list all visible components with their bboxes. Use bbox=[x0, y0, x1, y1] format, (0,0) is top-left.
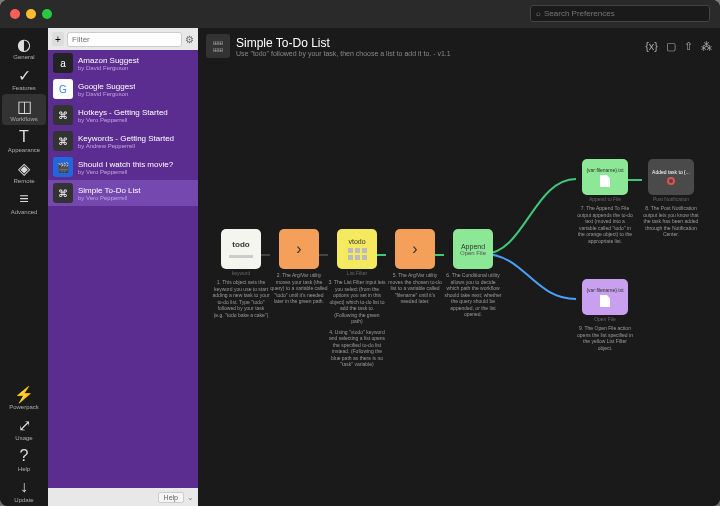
workflow-item-icon: a bbox=[53, 53, 73, 73]
share-icon[interactable]: ⇧ bbox=[684, 40, 693, 53]
features-icon: ✓ bbox=[15, 66, 33, 84]
nav-appearance[interactable]: TAppearance bbox=[2, 125, 46, 156]
debug-icon[interactable]: ▢ bbox=[666, 40, 676, 53]
nav-advanced[interactable]: ≡Advanced bbox=[2, 187, 46, 218]
help-chevron-icon[interactable]: ⌄ bbox=[187, 493, 194, 502]
nav-help[interactable]: ?Help bbox=[2, 444, 46, 475]
node-open-file[interactable]: {var:filename}.txt Open File 9. The Open… bbox=[576, 279, 634, 351]
workflow-item[interactable]: ⌘Hotkeys - Getting Startedby Vero Pepper… bbox=[48, 102, 198, 128]
powerpack-icon: ⚡ bbox=[15, 385, 33, 403]
node-desc: 1. This object sets the keyword you use … bbox=[212, 279, 270, 318]
workflow-item[interactable]: ⌘Simple To-Do Listby Vero Pepperrell bbox=[48, 180, 198, 206]
nav-powerpack[interactable]: ⚡Powerpack bbox=[2, 382, 46, 413]
search-icon: ⌕ bbox=[536, 9, 541, 18]
node-desc: 7. The Append To File output appends the… bbox=[576, 205, 634, 244]
zoom-button[interactable] bbox=[42, 9, 52, 19]
workflow-subtitle: Use "todo" followed by your task, then c… bbox=[236, 50, 451, 57]
workflow-icon: ⊞⊞⊞⊞ bbox=[206, 34, 230, 58]
body: ◐General✓Features◫WorkflowsTAppearance◈R… bbox=[0, 28, 720, 506]
gear-icon[interactable]: ⚙ bbox=[185, 34, 194, 45]
workflow-item[interactable]: ⌘Keywords - Getting Startedby Andrew Pep… bbox=[48, 128, 198, 154]
workflow-item[interactable]: GGoogle Suggestby David Ferguson bbox=[48, 76, 198, 102]
list-footer: Help ⌄ bbox=[48, 488, 198, 506]
node-desc: 5. The Arg/Var utility moves the chosen … bbox=[386, 272, 444, 305]
canvas-actions: {x} ▢ ⇧ ⁂ bbox=[645, 40, 712, 53]
file-icon bbox=[600, 295, 610, 307]
nav-update[interactable]: ↓Update bbox=[2, 475, 46, 506]
node-notification[interactable]: Added task to {... Post Notification 8. … bbox=[642, 159, 700, 238]
node-argvar-1[interactable]: › 2. The Arg/Var utility moves your task… bbox=[270, 229, 328, 305]
close-button[interactable] bbox=[10, 9, 20, 19]
search-input[interactable] bbox=[544, 9, 704, 18]
traffic-lights bbox=[10, 9, 52, 19]
node-desc: 2. The Arg/Var utility moves your task (… bbox=[270, 272, 328, 305]
variables-icon[interactable]: {x} bbox=[645, 40, 658, 53]
file-icon bbox=[600, 175, 610, 187]
workflow-item-icon: ⌘ bbox=[53, 183, 73, 203]
nav-sidebar: ◐General✓Features◫WorkflowsTAppearance◈R… bbox=[0, 28, 48, 506]
usage-icon: ⤢ bbox=[15, 416, 33, 434]
help-button[interactable]: Help bbox=[158, 492, 184, 503]
nav-general[interactable]: ◐General bbox=[2, 32, 46, 63]
workflow-item-icon: G bbox=[53, 79, 73, 99]
node-desc: 9. The Open File action opens the list s… bbox=[576, 325, 634, 351]
node-keyword[interactable]: todo keyword 1. This object sets the key… bbox=[212, 229, 270, 318]
filter-bar: + ⚙ bbox=[48, 28, 198, 50]
titlebar: ⌕ bbox=[0, 0, 720, 28]
node-desc: 4. Using "vtodo" keyword and selecting a… bbox=[328, 329, 386, 368]
bug-icon[interactable]: ⁂ bbox=[701, 40, 712, 53]
workflow-list-panel: + ⚙ aAmazon Suggestby David FergusonGGoo… bbox=[48, 28, 198, 506]
search-preferences[interactable]: ⌕ bbox=[530, 5, 710, 22]
node-list-filter[interactable]: vtodo List Filter 3. The List Filter inp… bbox=[328, 229, 386, 368]
node-conditional[interactable]: Append Open File 6. The Conditional util… bbox=[444, 229, 502, 318]
workflow-item-icon: 🎬 bbox=[53, 157, 73, 177]
nav-remote[interactable]: ◈Remote bbox=[2, 156, 46, 187]
workflow-item-icon: ⌘ bbox=[53, 131, 73, 151]
node-desc: 6. The Conditional utility allows you to… bbox=[444, 272, 502, 318]
workflow-item[interactable]: aAmazon Suggestby David Ferguson bbox=[48, 50, 198, 76]
workflow-item[interactable]: 🎬Should I watch this movie?by Vero Peppe… bbox=[48, 154, 198, 180]
canvas-body[interactable]: todo keyword 1. This object sets the key… bbox=[198, 64, 720, 506]
node-desc: 8. The Post Notification output lets you… bbox=[642, 205, 700, 238]
canvas-header: ⊞⊞⊞⊞ Simple To-Do List Use "todo" follow… bbox=[198, 28, 720, 64]
node-desc: 3. The List Filter input lets you select… bbox=[328, 279, 386, 325]
workflow-list: aAmazon Suggestby David FergusonGGoogle … bbox=[48, 50, 198, 488]
minimize-button[interactable] bbox=[26, 9, 36, 19]
workflow-title: Simple To-Do List bbox=[236, 36, 451, 50]
app-window: ⌕ ◐General✓Features◫WorkflowsTAppearance… bbox=[0, 0, 720, 506]
nav-workflows[interactable]: ◫Workflows bbox=[2, 94, 46, 125]
general-icon: ◐ bbox=[15, 35, 33, 53]
workflow-item-icon: ⌘ bbox=[53, 105, 73, 125]
node-argvar-2[interactable]: › 5. The Arg/Var utility moves the chose… bbox=[386, 229, 444, 305]
node-append-file[interactable]: {var:filename}.txt Append to File 7. The… bbox=[576, 159, 634, 244]
appearance-icon: T bbox=[15, 128, 33, 146]
workflow-canvas: ⊞⊞⊞⊞ Simple To-Do List Use "todo" follow… bbox=[198, 28, 720, 506]
remote-icon: ◈ bbox=[15, 159, 33, 177]
workflows-icon: ◫ bbox=[15, 97, 33, 115]
nav-usage[interactable]: ⤢Usage bbox=[2, 413, 46, 444]
add-workflow-button[interactable]: + bbox=[52, 32, 64, 46]
advanced-icon: ≡ bbox=[15, 190, 33, 208]
nav-features[interactable]: ✓Features bbox=[2, 63, 46, 94]
notification-icon bbox=[667, 177, 675, 185]
filter-input[interactable] bbox=[67, 32, 182, 47]
update-icon: ↓ bbox=[15, 478, 33, 496]
help-icon: ? bbox=[15, 447, 33, 465]
